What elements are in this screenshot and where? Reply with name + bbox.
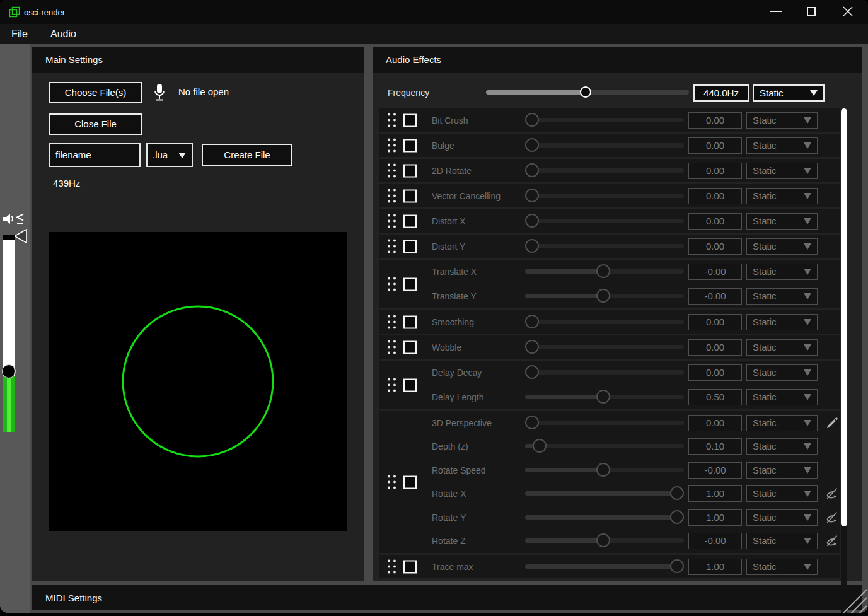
rotate-axis-disabled-icon[interactable] bbox=[825, 533, 840, 549]
effect-mode-dropdown[interactable]: Static bbox=[746, 188, 818, 204]
effect-value-box[interactable]: -0.00 bbox=[688, 288, 742, 305]
effect-mode-dropdown[interactable]: Static bbox=[746, 314, 818, 330]
effect-slider-thumb[interactable] bbox=[525, 340, 539, 354]
extension-dropdown[interactable]: .lua bbox=[146, 143, 193, 167]
effect-mode-dropdown[interactable]: Static bbox=[746, 415, 818, 431]
effect-mode-dropdown[interactable]: Static bbox=[746, 288, 818, 305]
effect-value-box[interactable]: 0.00 bbox=[688, 314, 742, 330]
effect-slider[interactable] bbox=[525, 118, 684, 122]
effect-mode-dropdown[interactable]: Static bbox=[746, 339, 818, 356]
effect-slider-thumb[interactable] bbox=[525, 189, 539, 202]
effect-slider[interactable] bbox=[525, 320, 684, 324]
effect-value-box[interactable]: 0.00 bbox=[688, 213, 742, 230]
effect-mode-dropdown[interactable]: Static bbox=[746, 509, 818, 526]
effect-mode-dropdown[interactable]: Static bbox=[746, 264, 818, 280]
effect-mode-dropdown[interactable]: Static bbox=[746, 389, 818, 405]
effect-slider[interactable] bbox=[525, 269, 684, 274]
effect-value-box[interactable]: -0.00 bbox=[688, 462, 742, 479]
microphone-icon[interactable] bbox=[154, 83, 165, 102]
effect-slider[interactable] bbox=[525, 444, 684, 448]
effect-mode-dropdown[interactable]: Static bbox=[746, 485, 818, 502]
effect-slider-thumb[interactable] bbox=[596, 463, 610, 477]
effect-mode-dropdown[interactable]: Static bbox=[746, 364, 818, 381]
effect-slider-thumb[interactable] bbox=[525, 163, 539, 177]
effect-mode-dropdown[interactable]: Static bbox=[746, 559, 818, 575]
minimize-button[interactable] bbox=[770, 11, 782, 12]
effect-slider-thumb[interactable] bbox=[670, 559, 684, 573]
frequency-mode-dropdown[interactable]: Static bbox=[753, 84, 825, 102]
effect-slider-thumb[interactable] bbox=[533, 439, 547, 453]
filename-input[interactable]: filename bbox=[49, 143, 141, 167]
effect-mode-dropdown[interactable]: Static bbox=[746, 238, 818, 255]
effect-slider[interactable] bbox=[525, 168, 684, 173]
effect-mode-dropdown[interactable]: Static bbox=[746, 213, 818, 230]
effect-slider-thumb[interactable] bbox=[596, 533, 610, 547]
effect-value-box[interactable]: 0.00 bbox=[688, 137, 742, 154]
volume-marker-icon[interactable] bbox=[13, 229, 27, 243]
midi-settings-bar[interactable]: MIDI Settings bbox=[32, 585, 862, 610]
effect-slider[interactable] bbox=[525, 370, 684, 375]
effect-slider[interactable] bbox=[525, 515, 684, 520]
effect-value-box[interactable]: 0.00 bbox=[688, 339, 742, 356]
effect-slider-thumb[interactable] bbox=[596, 390, 610, 404]
effect-value-box[interactable]: -0.00 bbox=[688, 264, 742, 280]
effect-slider-thumb[interactable] bbox=[670, 486, 684, 500]
effect-mode-dropdown[interactable]: Static bbox=[746, 163, 818, 179]
effect-slider[interactable] bbox=[525, 395, 684, 399]
effect-value-box[interactable]: 1.00 bbox=[688, 509, 742, 526]
volume-slider[interactable] bbox=[3, 235, 15, 432]
effect-value-box[interactable]: 0.00 bbox=[688, 364, 742, 381]
effect-slider[interactable] bbox=[525, 538, 684, 543]
effect-slider-thumb[interactable] bbox=[525, 239, 539, 253]
menu-file[interactable]: File bbox=[11, 24, 28, 44]
effect-slider[interactable] bbox=[525, 244, 684, 248]
effect-slider-thumb[interactable] bbox=[596, 289, 610, 303]
effect-mode-dropdown[interactable]: Static bbox=[746, 112, 818, 129]
effect-slider[interactable] bbox=[525, 345, 684, 349]
resize-grip[interactable] bbox=[841, 588, 868, 613]
close-file-button[interactable]: Close File bbox=[49, 113, 142, 135]
effect-slider[interactable] bbox=[525, 194, 684, 198]
effect-slider-thumb[interactable] bbox=[525, 138, 539, 152]
close-button[interactable] bbox=[843, 6, 853, 16]
effect-value-box[interactable]: 0.10 bbox=[688, 438, 742, 455]
menu-audio[interactable]: Audio bbox=[50, 24, 76, 44]
effect-slider[interactable] bbox=[525, 143, 684, 148]
effect-value-box[interactable]: 0.00 bbox=[688, 415, 742, 431]
effect-slider-thumb[interactable] bbox=[670, 510, 684, 524]
effect-value-box[interactable]: 1.00 bbox=[688, 485, 742, 502]
effect-slider-thumb[interactable] bbox=[525, 365, 539, 379]
maximize-button[interactable] bbox=[807, 7, 816, 16]
effect-value-box[interactable]: 0.00 bbox=[688, 112, 742, 129]
frequency-slider[interactable] bbox=[486, 90, 689, 95]
effect-value-box[interactable]: 0.50 bbox=[688, 389, 742, 405]
effect-slider-thumb[interactable] bbox=[525, 416, 539, 429]
choose-file-button[interactable]: Choose File(s) bbox=[49, 82, 142, 103]
edit-pencil-icon[interactable] bbox=[825, 416, 840, 431]
effect-mode-dropdown[interactable]: Static bbox=[746, 438, 818, 455]
effect-slider[interactable] bbox=[525, 294, 684, 298]
effect-slider-thumb[interactable] bbox=[525, 315, 539, 328]
effect-value-box[interactable]: -0.00 bbox=[688, 533, 742, 549]
rotate-axis-disabled-icon[interactable] bbox=[825, 510, 840, 525]
effect-mode-dropdown[interactable]: Static bbox=[746, 462, 818, 479]
rotate-axis-disabled-icon[interactable] bbox=[825, 486, 840, 501]
effect-value-box[interactable]: 0.00 bbox=[688, 188, 742, 204]
frequency-slider-thumb[interactable] bbox=[580, 86, 591, 98]
effect-slider-thumb[interactable] bbox=[525, 113, 539, 127]
effect-value-box[interactable]: 0.00 bbox=[688, 238, 742, 255]
effect-slider-thumb[interactable] bbox=[525, 214, 539, 228]
effect-value-box[interactable]: 1.00 bbox=[688, 559, 742, 575]
effect-slider[interactable] bbox=[525, 219, 684, 223]
scrollbar-thumb[interactable] bbox=[841, 108, 847, 526]
effect-slider-thumb[interactable] bbox=[596, 264, 610, 278]
effect-slider[interactable] bbox=[525, 491, 684, 496]
frequency-value-box[interactable]: 440.0Hz bbox=[693, 84, 749, 102]
volume-slider-thumb[interactable] bbox=[2, 364, 16, 378]
effect-value-box[interactable]: 0.00 bbox=[688, 163, 742, 179]
effect-slider[interactable] bbox=[525, 468, 684, 472]
effect-slider[interactable] bbox=[525, 564, 684, 569]
effect-mode-dropdown[interactable]: Static bbox=[746, 137, 818, 154]
effect-mode-dropdown[interactable]: Static bbox=[746, 533, 818, 549]
effect-slider[interactable] bbox=[525, 421, 684, 425]
